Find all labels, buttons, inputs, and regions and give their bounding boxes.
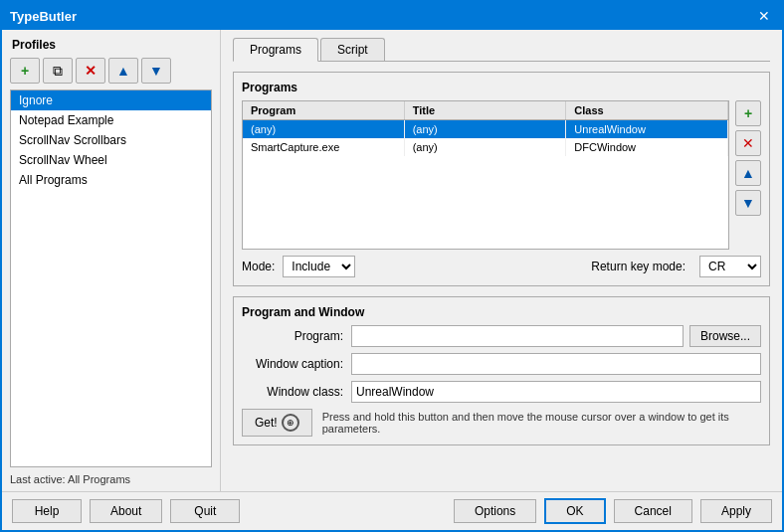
get-button-label: Get! bbox=[255, 416, 278, 430]
title-bar: TypeButler ✕ bbox=[2, 2, 782, 30]
about-button[interactable]: About bbox=[90, 499, 162, 523]
tab-script[interactable]: Script bbox=[320, 38, 385, 61]
main-content: Profiles + ⧉ ✕ ▲ ▼ Ignore Notepad Exampl… bbox=[2, 30, 782, 491]
browse-button[interactable]: Browse... bbox=[689, 325, 761, 347]
table-header: Program Title Class bbox=[243, 101, 728, 120]
help-button[interactable]: Help bbox=[12, 499, 82, 523]
mode-select[interactable]: Include Exclude bbox=[283, 256, 355, 277]
profiles-toolbar: + ⧉ ✕ ▲ ▼ bbox=[2, 56, 220, 89]
cell-title-0: (any) bbox=[405, 120, 567, 138]
window-caption-row: Window caption: bbox=[242, 353, 761, 375]
tabs-container: Programs Script bbox=[233, 38, 770, 62]
tab-programs[interactable]: Programs bbox=[233, 38, 318, 62]
cell-class-0: UnrealWindow bbox=[566, 120, 728, 138]
ok-button[interactable]: OK bbox=[544, 498, 605, 524]
program-input[interactable] bbox=[351, 325, 684, 347]
window-class-label: Window class: bbox=[242, 385, 351, 399]
profile-item-scrollnav-scrollbars[interactable]: ScrollNav Scrollbars bbox=[11, 130, 211, 150]
prog-window-title: Program and Window bbox=[242, 305, 761, 319]
mode-label: Mode: bbox=[242, 260, 275, 273]
get-help-text: Press and hold this button and then move… bbox=[322, 411, 761, 435]
programs-section-title: Programs bbox=[242, 81, 761, 94]
profile-item-all-programs[interactable]: All Programs bbox=[11, 170, 211, 190]
move-down-profile-button[interactable]: ▼ bbox=[141, 58, 171, 84]
prog-window-section: Program and Window Program: Browse... Wi… bbox=[233, 296, 770, 445]
table-row[interactable]: (any) (any) UnrealWindow bbox=[243, 120, 728, 138]
right-panel: Programs Script Programs Program Title C… bbox=[221, 30, 782, 491]
profile-item-notepad[interactable]: Notepad Example bbox=[11, 110, 211, 130]
move-up-profile-button[interactable]: ▲ bbox=[108, 58, 138, 84]
cancel-button[interactable]: Cancel bbox=[614, 499, 692, 523]
table-buttons: + ✕ ▲ ▼ bbox=[735, 100, 761, 250]
get-button[interactable]: Get! ⊕ bbox=[242, 409, 312, 437]
window-class-row: Window class: bbox=[242, 381, 761, 403]
window-class-input[interactable] bbox=[351, 381, 761, 403]
table-row[interactable]: SmartCapture.exe (any) DFCWindow bbox=[243, 138, 728, 156]
quit-button[interactable]: Quit bbox=[170, 499, 240, 523]
copy-profile-button[interactable]: ⧉ bbox=[43, 58, 73, 84]
profiles-header: Profiles bbox=[2, 30, 220, 56]
last-active-value: All Programs bbox=[68, 473, 130, 485]
program-label: Program: bbox=[242, 329, 351, 343]
program-row: Program: Browse... bbox=[242, 325, 761, 347]
cell-program-0: (any) bbox=[243, 120, 405, 138]
apply-button[interactable]: Apply bbox=[700, 499, 772, 523]
add-program-button[interactable]: + bbox=[735, 100, 761, 126]
mode-row: Mode: Include Exclude Return key mode: C… bbox=[242, 256, 761, 277]
last-active: Last active: All Programs bbox=[2, 467, 220, 491]
window-caption-label: Window caption: bbox=[242, 357, 351, 371]
col-header-class: Class bbox=[566, 101, 728, 119]
window-caption-input[interactable] bbox=[351, 353, 761, 375]
close-button[interactable]: ✕ bbox=[754, 8, 774, 24]
profile-item-scrollnav-wheel[interactable]: ScrollNav Wheel bbox=[11, 150, 211, 170]
get-row: Get! ⊕ Press and hold this button and th… bbox=[242, 409, 761, 437]
cell-title-1: (any) bbox=[405, 138, 567, 156]
move-up-program-button[interactable]: ▲ bbox=[735, 160, 761, 186]
col-header-title: Title bbox=[405, 101, 567, 119]
left-panel: Profiles + ⧉ ✕ ▲ ▼ Ignore Notepad Exampl… bbox=[2, 30, 221, 491]
options-button[interactable]: Options bbox=[454, 499, 536, 523]
return-key-label: Return key mode: bbox=[591, 260, 686, 273]
cell-program-1: SmartCapture.exe bbox=[243, 138, 405, 156]
col-header-program: Program bbox=[243, 101, 405, 119]
delete-profile-button[interactable]: ✕ bbox=[76, 58, 105, 84]
move-down-program-button[interactable]: ▼ bbox=[735, 190, 761, 216]
last-active-label: Last active: bbox=[10, 473, 66, 485]
window-title: TypeButler bbox=[10, 9, 77, 24]
bottom-bar: Help About Quit Options OK Cancel Apply bbox=[2, 491, 782, 530]
main-window: TypeButler ✕ Profiles + ⧉ ✕ ▲ ▼ Ignore N… bbox=[0, 0, 784, 532]
profiles-list: Ignore Notepad Example ScrollNav Scrollb… bbox=[10, 89, 212, 467]
programs-table: Program Title Class (any) (any) UnrealWi… bbox=[242, 100, 729, 250]
add-profile-button[interactable]: + bbox=[10, 58, 40, 84]
crosshair-icon: ⊕ bbox=[282, 414, 299, 432]
cell-class-1: DFCWindow bbox=[566, 138, 728, 156]
programs-section: Programs Program Title Class (any) (any)… bbox=[233, 72, 770, 286]
programs-table-container: Program Title Class (any) (any) UnrealWi… bbox=[242, 100, 761, 250]
return-key-select[interactable]: CR LF CRLF bbox=[699, 256, 761, 277]
remove-program-button[interactable]: ✕ bbox=[735, 130, 761, 156]
profile-item-ignore[interactable]: Ignore bbox=[11, 90, 211, 110]
